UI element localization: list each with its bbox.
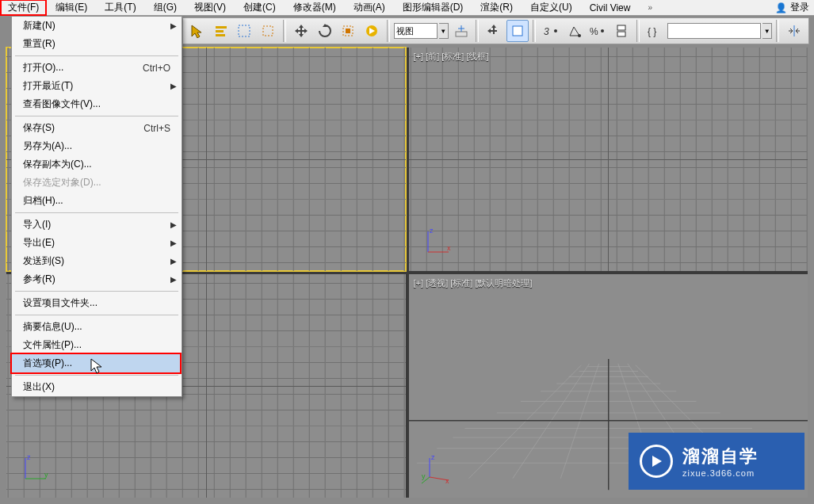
- tool-placement[interactable]: [361, 20, 383, 42]
- menu-graph-editor[interactable]: 图形编辑器(D): [394, 0, 472, 17]
- menu-item-label: 设置项目文件夹...: [23, 296, 170, 310]
- menu-item-label: 新建(N): [23, 19, 170, 32]
- menu-item-reset[interactable]: 重置(R): [12, 35, 182, 53]
- watermark-sub: zixue.3d66.com: [682, 468, 759, 478]
- svg-text:x: x: [447, 244, 451, 252]
- axis-gizmo: zx: [422, 227, 453, 258]
- menu-item-open[interactable]: 打开(O)...Ctrl+O: [12, 59, 182, 77]
- menu-item-open-recent[interactable]: 打开最近(T)▶: [12, 77, 182, 95]
- svg-point-12: [578, 34, 581, 37]
- tool-spinner-snap[interactable]: [610, 20, 632, 42]
- svg-text:y: y: [44, 471, 48, 479]
- svg-point-11: [554, 29, 557, 32]
- menu-view[interactable]: 视图(V): [185, 0, 235, 17]
- user-icon: 👤: [775, 2, 787, 13]
- menu-item-summary[interactable]: 摘要信息(U)...: [12, 318, 182, 336]
- menu-item-label: 另存为(A)...: [23, 139, 170, 153]
- menu-tools[interactable]: 工具(T): [96, 0, 144, 17]
- tool-select-name[interactable]: [210, 20, 232, 42]
- named-sets-input[interactable]: [667, 23, 762, 39]
- menu-civilview[interactable]: Civil View: [581, 0, 640, 16]
- menu-render[interactable]: 渲染(R): [472, 0, 522, 17]
- toolbar-sep-3: [476, 20, 479, 42]
- menu-item-archive[interactable]: 归档(H)...: [12, 192, 182, 210]
- tool-mirror[interactable]: [783, 20, 805, 42]
- submenu-arrow-icon: ▶: [170, 275, 177, 284]
- tool-snap-percent[interactable]: %: [587, 20, 609, 42]
- toolbar-sep-6: [776, 20, 779, 42]
- svg-rect-9: [513, 26, 522, 36]
- menu-edit[interactable]: 编辑(E): [47, 0, 96, 17]
- menu-modifier[interactable]: 修改器(M): [285, 0, 345, 17]
- menu-item-reference[interactable]: 参考(R)▶: [12, 270, 182, 288]
- submenu-arrow-icon: ▶: [170, 21, 177, 30]
- menu-separator: [15, 375, 178, 376]
- submenu-arrow-icon: ▶: [170, 220, 177, 229]
- menu-item-save-as[interactable]: 另存为(A)...: [12, 137, 182, 155]
- viewport-label[interactable]: [+] [前] [标准] [线框]: [414, 51, 489, 63]
- svg-line-46: [468, 365, 581, 479]
- menu-item-import[interactable]: 导入(I)▶: [12, 216, 182, 234]
- submenu-arrow-icon: ▶: [170, 239, 177, 247]
- tool-rotate[interactable]: [314, 20, 336, 42]
- watermark-title: 溜溜自学: [682, 446, 759, 466]
- named-sets-drop[interactable]: ▼: [762, 23, 772, 39]
- viewport-top-right[interactable]: [+] [前] [标准] [线框] zx: [409, 48, 808, 271]
- menu-group[interactable]: 组(G): [145, 0, 185, 17]
- svg-text:x: x: [445, 477, 449, 485]
- menu-item-save[interactable]: 保存(S)Ctrl+S: [12, 119, 182, 137]
- svg-text:{ }: { }: [648, 26, 656, 37]
- menu-item-preferences[interactable]: 首选项(P)...: [12, 354, 182, 372]
- menu-item-label: 打开(O)...: [23, 61, 143, 74]
- submenu-arrow-icon: ▶: [170, 82, 177, 90]
- login-area[interactable]: 👤 登录: [775, 1, 814, 14]
- menu-item-label: 退出(X): [23, 380, 170, 394]
- svg-text:z: z: [27, 453, 31, 461]
- menu-item-label: 导入(I): [23, 218, 170, 231]
- tool-select-lock[interactable]: [506, 20, 529, 42]
- tool-snap-3[interactable]: 3: [540, 20, 562, 42]
- menu-item-label: 发送到(S): [23, 254, 170, 268]
- menu-item-label: 归档(H)...: [23, 194, 170, 208]
- tool-region-rect[interactable]: [233, 20, 255, 42]
- toolbar-sep-4: [533, 20, 536, 42]
- reference-coord-drop[interactable]: ▼: [439, 23, 449, 39]
- tool-select-arrow[interactable]: [186, 20, 208, 42]
- menu-item-label: 摘要信息(U)...: [23, 320, 170, 334]
- menu-item-label: 导出(E): [23, 236, 170, 250]
- menu-create[interactable]: 创建(C): [235, 0, 285, 17]
- svg-text:z: z: [431, 453, 435, 461]
- menu-customize[interactable]: 自定义(U): [522, 0, 581, 17]
- tool-move[interactable]: [290, 20, 312, 42]
- toolbar-sep-1: [283, 20, 286, 42]
- menu-item-label: 保存副本为(C)...: [23, 158, 170, 171]
- menu-separator: [15, 315, 178, 315]
- tool-named-sets[interactable]: { }: [644, 20, 666, 42]
- toolbar-sep-5: [636, 20, 640, 42]
- menu-file[interactable]: 文件(F): [0, 0, 47, 16]
- menu-item-export[interactable]: 导出(E)▶: [12, 234, 182, 252]
- menu-item-save-copy[interactable]: 保存副本为(C)...: [12, 155, 182, 174]
- tool-manipulate[interactable]: [483, 20, 505, 42]
- menu-overflow[interactable]: »: [639, 1, 661, 14]
- menu-item-exit[interactable]: 退出(X): [12, 378, 182, 396]
- tool-scale[interactable]: [337, 20, 359, 42]
- tool-snap-angle[interactable]: [564, 20, 586, 42]
- tool-pivot[interactable]: [450, 20, 472, 42]
- reference-coord-input[interactable]: [394, 23, 438, 39]
- menu-item-file-props[interactable]: 文件属性(P)...: [12, 336, 182, 354]
- axis-gizmo: z x y: [422, 453, 453, 485]
- svg-rect-6: [346, 29, 350, 33]
- tool-region-window[interactable]: [257, 20, 279, 42]
- menu-item-project-folder[interactable]: 设置项目文件夹...: [12, 294, 182, 312]
- viewport-label[interactable]: [+] [透视] [标准] [默认明暗处理]: [414, 277, 533, 289]
- menu-item-view-image[interactable]: 查看图像文件(V)...: [12, 95, 182, 113]
- login-label: 登录: [790, 1, 809, 14]
- menu-item-send-to[interactable]: 发送到(S)▶: [12, 252, 182, 270]
- menu-item-shortcut: Ctrl+S: [143, 123, 170, 134]
- play-icon: [640, 445, 673, 478]
- grid-bg: [409, 48, 808, 271]
- menu-animation[interactable]: 动画(A): [345, 0, 394, 17]
- menu-item-new[interactable]: 新建(N)▶: [12, 17, 182, 35]
- menu-separator: [15, 116, 178, 116]
